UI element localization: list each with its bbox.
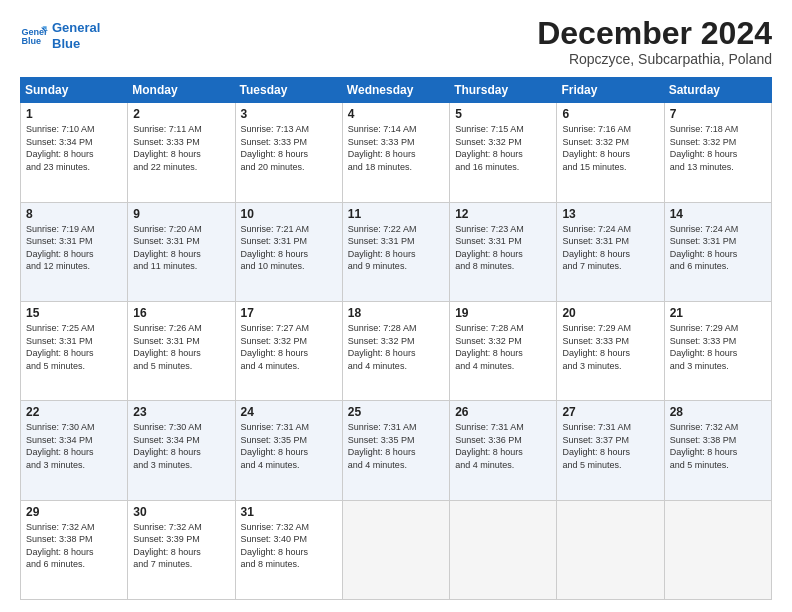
day-info: Sunrise: 7:31 AM Sunset: 3:35 PM Dayligh… [241,421,337,471]
day-number: 4 [348,107,444,121]
day-info: Sunrise: 7:16 AM Sunset: 3:32 PM Dayligh… [562,123,658,173]
day-cell: 16 Sunrise: 7:26 AM Sunset: 3:31 PM Dayl… [128,301,235,400]
logo-text: General Blue [52,20,100,51]
day-cell [557,500,664,599]
day-cell: 29 Sunrise: 7:32 AM Sunset: 3:38 PM Dayl… [21,500,128,599]
day-number: 13 [562,207,658,221]
day-info: Sunrise: 7:25 AM Sunset: 3:31 PM Dayligh… [26,322,122,372]
day-info: Sunrise: 7:15 AM Sunset: 3:32 PM Dayligh… [455,123,551,173]
day-cell [664,500,771,599]
location-subtitle: Ropczyce, Subcarpathia, Poland [537,51,772,67]
day-cell: 10 Sunrise: 7:21 AM Sunset: 3:31 PM Dayl… [235,202,342,301]
day-info: Sunrise: 7:24 AM Sunset: 3:31 PM Dayligh… [670,223,766,273]
day-cell: 5 Sunrise: 7:15 AM Sunset: 3:32 PM Dayli… [450,103,557,202]
day-number: 19 [455,306,551,320]
week-row-5: 29 Sunrise: 7:32 AM Sunset: 3:38 PM Dayl… [21,500,772,599]
day-cell: 8 Sunrise: 7:19 AM Sunset: 3:31 PM Dayli… [21,202,128,301]
logo-line1: General [52,20,100,35]
day-cell: 23 Sunrise: 7:30 AM Sunset: 3:34 PM Dayl… [128,401,235,500]
day-info: Sunrise: 7:28 AM Sunset: 3:32 PM Dayligh… [455,322,551,372]
page: General Blue General Blue December 2024 … [0,0,792,612]
day-cell: 18 Sunrise: 7:28 AM Sunset: 3:32 PM Dayl… [342,301,449,400]
day-number: 11 [348,207,444,221]
day-cell [342,500,449,599]
day-cell: 27 Sunrise: 7:31 AM Sunset: 3:37 PM Dayl… [557,401,664,500]
day-number: 2 [133,107,229,121]
day-info: Sunrise: 7:31 AM Sunset: 3:37 PM Dayligh… [562,421,658,471]
day-info: Sunrise: 7:13 AM Sunset: 3:33 PM Dayligh… [241,123,337,173]
day-number: 28 [670,405,766,419]
header: General Blue General Blue December 2024 … [20,16,772,67]
day-info: Sunrise: 7:24 AM Sunset: 3:31 PM Dayligh… [562,223,658,273]
svg-text:Blue: Blue [21,36,41,46]
day-cell: 12 Sunrise: 7:23 AM Sunset: 3:31 PM Dayl… [450,202,557,301]
day-info: Sunrise: 7:21 AM Sunset: 3:31 PM Dayligh… [241,223,337,273]
day-number: 27 [562,405,658,419]
day-number: 30 [133,505,229,519]
logo-line2: Blue [52,36,80,51]
day-number: 23 [133,405,229,419]
week-row-4: 22 Sunrise: 7:30 AM Sunset: 3:34 PM Dayl… [21,401,772,500]
day-info: Sunrise: 7:30 AM Sunset: 3:34 PM Dayligh… [133,421,229,471]
day-info: Sunrise: 7:23 AM Sunset: 3:31 PM Dayligh… [455,223,551,273]
day-number: 7 [670,107,766,121]
day-cell: 14 Sunrise: 7:24 AM Sunset: 3:31 PM Dayl… [664,202,771,301]
day-cell: 26 Sunrise: 7:31 AM Sunset: 3:36 PM Dayl… [450,401,557,500]
day-cell: 22 Sunrise: 7:30 AM Sunset: 3:34 PM Dayl… [21,401,128,500]
day-number: 25 [348,405,444,419]
title-section: December 2024 Ropczyce, Subcarpathia, Po… [537,16,772,67]
week-row-2: 8 Sunrise: 7:19 AM Sunset: 3:31 PM Dayli… [21,202,772,301]
day-number: 14 [670,207,766,221]
day-info: Sunrise: 7:32 AM Sunset: 3:39 PM Dayligh… [133,521,229,571]
day-info: Sunrise: 7:22 AM Sunset: 3:31 PM Dayligh… [348,223,444,273]
col-wednesday: Wednesday [342,78,449,103]
col-friday: Friday [557,78,664,103]
day-cell: 3 Sunrise: 7:13 AM Sunset: 3:33 PM Dayli… [235,103,342,202]
day-info: Sunrise: 7:20 AM Sunset: 3:31 PM Dayligh… [133,223,229,273]
logo-icon: General Blue [20,22,48,50]
day-cell: 24 Sunrise: 7:31 AM Sunset: 3:35 PM Dayl… [235,401,342,500]
col-sunday: Sunday [21,78,128,103]
day-number: 8 [26,207,122,221]
day-cell: 2 Sunrise: 7:11 AM Sunset: 3:33 PM Dayli… [128,103,235,202]
day-number: 10 [241,207,337,221]
day-cell: 21 Sunrise: 7:29 AM Sunset: 3:33 PM Dayl… [664,301,771,400]
day-number: 22 [26,405,122,419]
day-cell: 15 Sunrise: 7:25 AM Sunset: 3:31 PM Dayl… [21,301,128,400]
day-cell: 17 Sunrise: 7:27 AM Sunset: 3:32 PM Dayl… [235,301,342,400]
day-info: Sunrise: 7:26 AM Sunset: 3:31 PM Dayligh… [133,322,229,372]
day-cell: 13 Sunrise: 7:24 AM Sunset: 3:31 PM Dayl… [557,202,664,301]
day-cell: 19 Sunrise: 7:28 AM Sunset: 3:32 PM Dayl… [450,301,557,400]
day-number: 6 [562,107,658,121]
day-info: Sunrise: 7:32 AM Sunset: 3:38 PM Dayligh… [670,421,766,471]
week-row-3: 15 Sunrise: 7:25 AM Sunset: 3:31 PM Dayl… [21,301,772,400]
day-info: Sunrise: 7:31 AM Sunset: 3:35 PM Dayligh… [348,421,444,471]
month-title: December 2024 [537,16,772,51]
day-info: Sunrise: 7:11 AM Sunset: 3:33 PM Dayligh… [133,123,229,173]
day-cell: 6 Sunrise: 7:16 AM Sunset: 3:32 PM Dayli… [557,103,664,202]
day-number: 12 [455,207,551,221]
day-cell: 28 Sunrise: 7:32 AM Sunset: 3:38 PM Dayl… [664,401,771,500]
day-info: Sunrise: 7:30 AM Sunset: 3:34 PM Dayligh… [26,421,122,471]
day-info: Sunrise: 7:32 AM Sunset: 3:38 PM Dayligh… [26,521,122,571]
day-cell: 9 Sunrise: 7:20 AM Sunset: 3:31 PM Dayli… [128,202,235,301]
day-cell: 11 Sunrise: 7:22 AM Sunset: 3:31 PM Dayl… [342,202,449,301]
day-cell: 4 Sunrise: 7:14 AM Sunset: 3:33 PM Dayli… [342,103,449,202]
day-info: Sunrise: 7:10 AM Sunset: 3:34 PM Dayligh… [26,123,122,173]
col-tuesday: Tuesday [235,78,342,103]
day-number: 15 [26,306,122,320]
week-row-1: 1 Sunrise: 7:10 AM Sunset: 3:34 PM Dayli… [21,103,772,202]
day-number: 9 [133,207,229,221]
day-cell [450,500,557,599]
day-number: 1 [26,107,122,121]
day-number: 20 [562,306,658,320]
day-number: 16 [133,306,229,320]
day-info: Sunrise: 7:27 AM Sunset: 3:32 PM Dayligh… [241,322,337,372]
day-number: 17 [241,306,337,320]
day-number: 21 [670,306,766,320]
day-info: Sunrise: 7:28 AM Sunset: 3:32 PM Dayligh… [348,322,444,372]
day-info: Sunrise: 7:19 AM Sunset: 3:31 PM Dayligh… [26,223,122,273]
day-info: Sunrise: 7:18 AM Sunset: 3:32 PM Dayligh… [670,123,766,173]
day-number: 26 [455,405,551,419]
day-info: Sunrise: 7:32 AM Sunset: 3:40 PM Dayligh… [241,521,337,571]
